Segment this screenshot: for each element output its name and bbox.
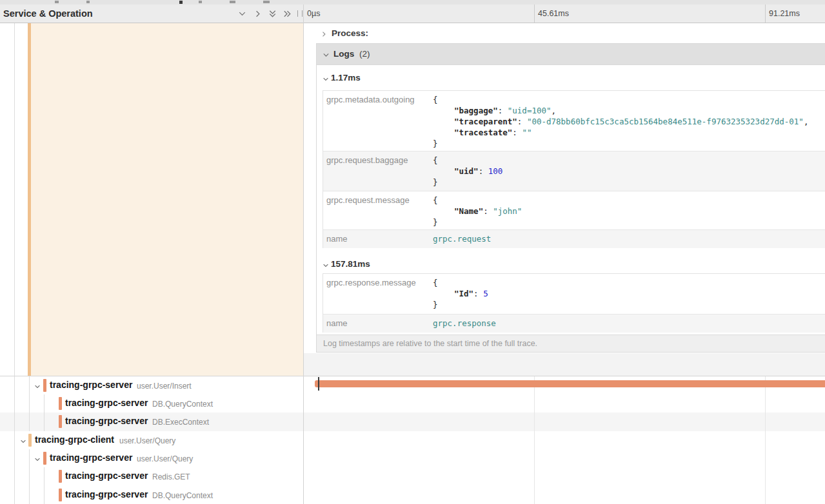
logs-accordion-header[interactable]: Logs (2)	[317, 44, 825, 65]
double-chevron-down-icon[interactable]	[268, 9, 277, 19]
minimap-remnant	[230, 1, 235, 3]
span-row[interactable]: tracing-grpc-server user.User/Insert	[0, 376, 825, 394]
field-value: grpc.response	[433, 315, 825, 328]
minimap-cutoff-strip	[0, 0, 825, 5]
span-operation-name: user.User/Query	[119, 436, 175, 445]
selected-span-highlight	[31, 23, 303, 376]
trace-timeline-view: Service & Operation 0µs 45.61ms 91.21ms	[0, 0, 825, 504]
log-field-row[interactable]: grpc.response.message { "Id": 5 }	[323, 274, 825, 314]
field-value-json: { "baggage": "uid=100", "traceparent": "…	[433, 91, 825, 149]
span-row[interactable]: tracing-grpc-client user.User/Query	[0, 431, 825, 449]
span-service-name: tracing-grpc-server	[50, 452, 132, 463]
span-row[interactable]: tracing-grpc-server DB.QueryContext	[0, 486, 825, 504]
minimap-remnant	[179, 1, 183, 4]
log-marker	[318, 377, 319, 391]
span-color-bar	[28, 434, 32, 447]
log-field-row[interactable]: grpc.request.message { "Name": "john" }	[323, 191, 825, 229]
span-service-name: tracing-grpc-server	[50, 380, 132, 390]
span-color-bar	[59, 470, 62, 483]
chevron-down-icon[interactable]	[237, 9, 247, 19]
double-chevron-right-icon[interactable]	[283, 9, 292, 19]
minimap-remnant	[199, 1, 202, 3]
log-field-row[interactable]: name grpc.response	[323, 314, 825, 333]
process-accordion[interactable]: Process:	[304, 24, 813, 40]
timeline-tick-line	[534, 5, 535, 23]
field-key: grpc.response.message	[326, 278, 430, 287]
field-key: grpc.request.baggage	[326, 155, 430, 165]
log-fields-table: grpc.metadata.outgoing { "baggage": "uid…	[323, 90, 825, 248]
selected-span-detail-backdrop	[0, 23, 303, 376]
log-fields-table: grpc.response.message { "Id": 5 } name g…	[323, 273, 825, 333]
span-row[interactable]: tracing-grpc-server Redis.GET	[0, 467, 825, 486]
chevron-right-icon	[320, 29, 328, 41]
logs-footer-note: Log timestamps are relative to the start…	[317, 334, 825, 352]
log-entry-header[interactable]: 1.17ms	[317, 70, 575, 87]
field-value-json: { "Id": 5 }	[433, 274, 825, 310]
tree-guide-line	[44, 412, 45, 431]
tree-guide-line	[44, 486, 45, 504]
chevron-down-icon	[322, 260, 330, 272]
span-color-bar	[59, 415, 62, 428]
span-service-name: tracing-grpc-server	[65, 398, 148, 408]
span-detail-panel: Process: Logs (2) 1.17ms grpc.	[304, 23, 825, 376]
timeline-tick-line	[765, 5, 766, 23]
tree-guide-line	[14, 486, 15, 504]
chevron-down-icon	[322, 74, 330, 86]
field-value: grpc.request	[433, 230, 825, 244]
chevron-down-icon[interactable]	[34, 454, 41, 462]
logs-count: (2)	[359, 49, 370, 59]
span-operation-name: user.User/Insert	[137, 382, 192, 391]
logs-accordion: Logs (2) 1.17ms grpc.metadata.outgoing {…	[316, 43, 825, 353]
span-operation-name: DB.ExecContext	[152, 418, 209, 427]
process-label: Process:	[332, 28, 368, 38]
span-operation-name: user.User/Query	[137, 454, 193, 463]
tree-guide-line	[14, 467, 15, 486]
tree-guide-line	[29, 376, 30, 394]
tree-guide-line	[29, 467, 30, 486]
tree-guide-line	[14, 431, 15, 449]
span-service-name: tracing-grpc-server	[65, 416, 148, 426]
log-timestamp: 157.81ms	[331, 259, 370, 269]
span-row[interactable]: tracing-grpc-server DB.QueryContext	[0, 394, 825, 412]
chevron-down-icon[interactable]	[19, 436, 27, 444]
span-duration-bar[interactable]	[315, 380, 825, 387]
chevron-down-icon	[322, 50, 330, 62]
span-operation-name: DB.QueryContext	[152, 400, 213, 409]
tree-guide-line	[44, 394, 45, 412]
minimap-remnant	[263, 1, 270, 3]
tree-guide-line	[29, 449, 30, 467]
span-operation-name: DB.QueryContext	[152, 491, 213, 500]
span-row[interactable]: tracing-grpc-server DB.ExecContext	[0, 412, 825, 431]
tree-guide-line	[44, 467, 45, 486]
span-operation-name: Redis.GET	[152, 472, 190, 481]
timeline-tick-label: 0µs	[307, 9, 320, 18]
minimap-remnant	[55, 1, 59, 3]
span-color-bar	[59, 397, 62, 410]
tree-guide-line	[29, 486, 30, 504]
tree-guide-line	[29, 412, 30, 431]
field-key: grpc.metadata.outgoing	[326, 95, 430, 104]
timeline-header: Service & Operation 0µs 45.61ms 91.21ms	[0, 5, 825, 23]
service-operation-title: Service & Operation	[3, 8, 93, 19]
log-field-row[interactable]: grpc.request.baggage { "uid": 100 }	[323, 151, 825, 191]
log-timestamp: 1.17ms	[331, 73, 361, 82]
chevron-down-icon[interactable]	[34, 382, 41, 389]
chevron-right-icon[interactable]	[253, 9, 263, 19]
log-field-row[interactable]: grpc.metadata.outgoing { "baggage": "uid…	[323, 91, 825, 151]
field-key: grpc.request.message	[326, 195, 430, 205]
field-key: name	[326, 234, 430, 244]
field-value-json: { "uid": 100 }	[433, 151, 825, 188]
timeline-tick-label: 91.21ms	[769, 9, 800, 18]
log-entry-header[interactable]: 157.81ms	[317, 257, 575, 273]
span-service-name: tracing-grpc-client	[35, 434, 114, 445]
field-value-json: { "Name": "john" }	[433, 191, 825, 228]
minimap-remnant	[86, 1, 90, 3]
span-row[interactable]: tracing-grpc-server user.User/Query	[0, 449, 825, 467]
span-service-name: tracing-grpc-server	[65, 470, 148, 481]
column-resizer[interactable]	[297, 10, 303, 17]
column-divider	[303, 5, 304, 504]
log-field-row[interactable]: name grpc.request	[323, 229, 825, 248]
detail-row-separator	[0, 376, 825, 376]
logs-title: Logs	[333, 49, 354, 59]
span-service-name: tracing-grpc-server	[65, 489, 148, 499]
